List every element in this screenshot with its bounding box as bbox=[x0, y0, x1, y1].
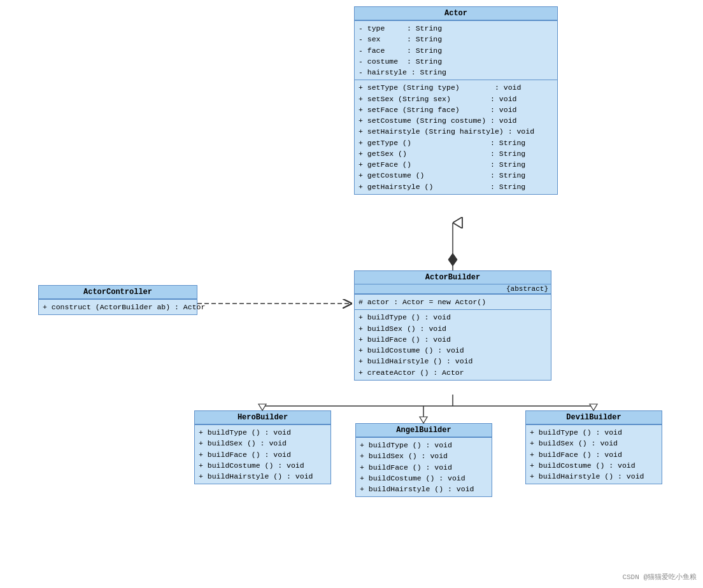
actor-method-6: + getType () : String bbox=[359, 137, 553, 148]
herobuilder-methods: + buildType () : void + buildSex () : vo… bbox=[195, 424, 330, 484]
actor-method-10: + getHairstyle () : String bbox=[359, 181, 553, 192]
angelbuilder-class: AngelBuilder + buildType () : void + bui… bbox=[355, 423, 492, 497]
actorbuilder-attributes: # actor : Actor = new Actor() bbox=[355, 294, 551, 309]
actor-method-2: + setSex (String sex) : void bbox=[359, 94, 553, 104]
actorbuilder-method-2: + buildSex () : void bbox=[359, 323, 547, 334]
devilbuilder-method-2: + buildSex () : void bbox=[530, 438, 658, 449]
hero-triangle bbox=[259, 404, 266, 410]
actor-methods: + setType (String type) : void + setSex … bbox=[355, 80, 557, 194]
devilbuilder-method-1: + buildType () : void bbox=[530, 427, 658, 438]
actorbuilder-method-6: + createActor () : Actor bbox=[359, 367, 547, 378]
actorbuilder-methods: + buildType () : void + buildSex () : vo… bbox=[355, 309, 551, 380]
actorbuilder-method-1: + buildType () : void bbox=[359, 312, 547, 323]
devilbuilder-methods: + buildType () : void + buildSex () : vo… bbox=[526, 424, 662, 484]
actor-attributes: - type : String - sex : String - face : … bbox=[355, 20, 557, 80]
angelbuilder-methods: + buildType () : void + buildSex () : vo… bbox=[356, 437, 492, 496]
actorcontroller-title: ActorController bbox=[39, 286, 197, 299]
actor-attr-1: - type : String bbox=[359, 23, 553, 34]
actor-attr-2: - sex : String bbox=[359, 34, 553, 45]
actor-attr-4: - costume : String bbox=[359, 56, 553, 67]
devilbuilder-class: DevilBuilder + buildType () : void + bui… bbox=[525, 410, 662, 484]
actor-method-5: + setHairstyle (String hairstyle) : void bbox=[359, 126, 553, 137]
herobuilder-class: HeroBuilder + buildType () : void + buil… bbox=[194, 410, 331, 484]
angel-triangle bbox=[420, 417, 427, 423]
herobuilder-title: HeroBuilder bbox=[195, 411, 330, 424]
actorbuilder-method-4: + buildCostume () : void bbox=[359, 345, 547, 356]
actor-method-7: + getSex () : String bbox=[359, 148, 553, 159]
actor-title: Actor bbox=[355, 7, 557, 20]
devil-triangle bbox=[590, 404, 597, 410]
actor-method-8: + getFace () : String bbox=[359, 159, 553, 170]
actorbuilder-method-5: + buildHairstyle () : void bbox=[359, 356, 547, 367]
actor-attr-3: - face : String bbox=[359, 45, 553, 56]
devilbuilder-method-3: + buildFace () : void bbox=[530, 449, 658, 460]
actor-method-3: + setFace (String face) : void bbox=[359, 104, 553, 115]
diagram-container: Actor - type : String - sex : String - f… bbox=[0, 0, 703, 588]
devilbuilder-method-4: + buildCostume () : void bbox=[530, 460, 658, 471]
angelbuilder-method-2: + buildSex () : void bbox=[360, 451, 488, 461]
actorcontroller-class: ActorController + construct (ActorBuilde… bbox=[38, 285, 197, 315]
actorbuilder-attr-1: # actor : Actor = new Actor() bbox=[359, 297, 547, 307]
herobuilder-method-5: + buildHairstyle () : void bbox=[199, 471, 327, 482]
watermark: CSDN @猫猫爱吃小鱼粮 bbox=[622, 572, 697, 582]
actorbuilder-stereotype: {abstract} bbox=[355, 284, 551, 294]
actor-method-9: + getCostume () : String bbox=[359, 170, 553, 181]
actor-attr-5: - hairstyle : String bbox=[359, 67, 553, 78]
actorcontroller-method-1: + construct (ActorBuilder ab) : Actor bbox=[43, 302, 193, 312]
devilbuilder-method-5: + buildHairstyle () : void bbox=[530, 471, 658, 482]
actorbuilder-method-3: + buildFace () : void bbox=[359, 334, 547, 345]
actor-class: Actor - type : String - sex : String - f… bbox=[354, 6, 558, 195]
angelbuilder-method-4: + buildCostume () : void bbox=[360, 473, 488, 484]
composition-diamond bbox=[448, 253, 457, 266]
actor-method-4: + setCostume (String costume) : void bbox=[359, 115, 553, 126]
angelbuilder-method-5: + buildHairstyle () : void bbox=[360, 484, 488, 494]
angelbuilder-method-1: + buildType () : void bbox=[360, 440, 488, 451]
actorbuilder-title: ActorBuilder bbox=[355, 271, 551, 284]
herobuilder-method-4: + buildCostume () : void bbox=[199, 460, 327, 471]
actorbuilder-class: ActorBuilder {abstract} # actor : Actor … bbox=[354, 270, 551, 381]
devilbuilder-title: DevilBuilder bbox=[526, 411, 662, 424]
angelbuilder-method-3: + buildFace () : void bbox=[360, 462, 488, 473]
herobuilder-method-3: + buildFace () : void bbox=[199, 449, 327, 460]
angelbuilder-title: AngelBuilder bbox=[356, 424, 492, 437]
herobuilder-method-2: + buildSex () : void bbox=[199, 438, 327, 449]
herobuilder-method-1: + buildType () : void bbox=[199, 427, 327, 438]
actorcontroller-methods: + construct (ActorBuilder ab) : Actor bbox=[39, 299, 197, 314]
actor-method-1: + setType (String type) : void bbox=[359, 82, 553, 93]
